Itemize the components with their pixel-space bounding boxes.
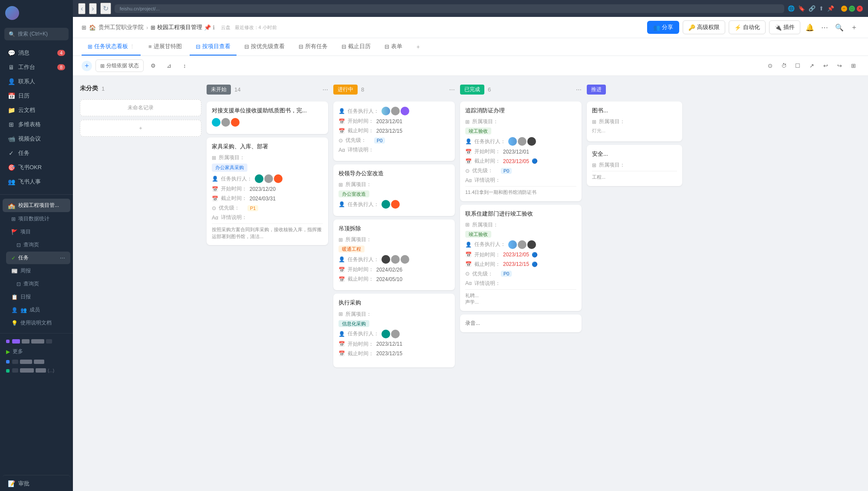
sort-toolbar-button[interactable]: ↕ — [178, 60, 191, 72]
view-icon-redo[interactable]: ↪ — [833, 60, 845, 72]
sidebar-item-okr[interactable]: 🎯 飞书OKR — [3, 160, 70, 174]
pin-icon[interactable]: 📌 — [827, 5, 834, 12]
tab-add-button[interactable]: ＋ — [412, 39, 424, 54]
nav-project[interactable]: 🚩 项目 — [6, 226, 70, 238]
tab-priority-view[interactable]: ⊟ 按优先级查看 — [238, 38, 291, 56]
minimize-button[interactable]: − — [841, 6, 847, 12]
sidebar-item-clouddoc[interactable]: 📁 云文档 — [3, 103, 70, 117]
sidebar-item-okr-label: 飞书OKR — [18, 164, 42, 171]
card-push-security[interactable]: 安全... ⊞ 所属项目： 工程... — [587, 145, 682, 186]
card-fire-cert[interactable]: 追踪消防证办理 ⊞ 所属项目： 竣工验收 👤 任务执行人： — [460, 101, 582, 201]
automate-button[interactable]: ⚡ 自动化 — [729, 20, 766, 34]
tab-all-tasks[interactable]: ⊟ 所有任务 — [293, 38, 334, 56]
filter-toolbar-button[interactable]: ⊿ — [163, 60, 175, 72]
col-menu-in-progress[interactable]: ⋯ — [449, 86, 455, 93]
toolbar-add-button[interactable]: ＋ — [82, 61, 92, 71]
info-icon[interactable]: ℹ — [213, 24, 215, 31]
sidebar-item-multidim[interactable]: ⊞ 多维表格 — [3, 118, 70, 131]
plugin-button[interactable]: 🔌 插件 — [769, 20, 800, 34]
card-push-1-title: 图书... — [592, 107, 677, 115]
view-icon-expand[interactable]: ⊞ — [847, 60, 859, 72]
permission-button[interactable]: 🔑 高级权限 — [683, 20, 725, 34]
add-unclassified-button[interactable]: ＋ — [80, 120, 201, 137]
sidebar-more-label[interactable]: ▶ 更多 — [0, 346, 73, 357]
maximize-button[interactable]: □ — [849, 6, 855, 12]
share-button[interactable]: 👥 分享 — [647, 21, 679, 34]
person-icon-fc: 👤 — [465, 138, 472, 144]
avatars-furniture — [255, 174, 283, 183]
sidebar-item-project[interactable]: 🏫 校园工程项目管... — [3, 199, 70, 212]
refresh-button[interactable]: ↻ — [100, 3, 111, 14]
pin-breadcrumb-icon[interactable]: 📌 — [204, 24, 211, 31]
nav-weekly-query[interactable]: ⊡ 查询页 — [6, 278, 70, 290]
settings-toolbar-button[interactable]: ⚙ — [147, 60, 159, 72]
column-in-progress: 进行中 8 ⋯ 👤 任务执行人： — [333, 83, 455, 484]
card-office-renovation[interactable]: 校领导办公室改造 ⊞ 所属项目： 办公室改造 👤 任务执行人： — [333, 164, 455, 216]
card-support-task[interactable]: 对接支援单位接收援助纸质图书，完... — [207, 101, 328, 134]
col-menu-not-started[interactable]: ⋯ — [322, 86, 328, 93]
more-header-button[interactable]: ⋯ — [819, 22, 830, 33]
nav-data-stats[interactable]: ⊞ 项目数据统计 — [6, 213, 70, 225]
project-school-icon: 🏫 — [8, 202, 15, 209]
sidebar-item-calendar[interactable]: 📅 日历 — [3, 89, 70, 103]
view-icon-2[interactable]: ⏱ — [778, 60, 790, 72]
sidebar-item-hr[interactable]: 👥 飞书人事 — [3, 175, 70, 189]
exec-project-tag: 信息化采购 — [339, 320, 369, 327]
back-button[interactable]: ‹ — [78, 3, 85, 14]
tab-deadline[interactable]: ⊟ 截止日历 — [335, 38, 377, 56]
task-menu-icon[interactable]: ⋯ — [60, 255, 65, 261]
card-construction-accept[interactable]: 联系住建部门进行竣工验收 ⊞ 所属项目： 竣工验收 👤 任务执行人： — [460, 205, 582, 311]
sidebar-item-workspace[interactable]: 🖥 工作台 8 — [3, 60, 70, 74]
view-icon-4[interactable]: ↗ — [806, 60, 818, 72]
page-layout-icon[interactable]: ⊞ — [82, 24, 86, 31]
home-icon[interactable]: 🏠 — [89, 24, 96, 31]
card-ceiling-removal[interactable]: 吊顶拆除 ⊞ 所属项目： 暖通工程 👤 任务执行人： — [333, 219, 455, 290]
colored-item-2[interactable] — [0, 357, 73, 366]
share-browser-icon[interactable]: ⬆ — [819, 5, 824, 12]
card-furniture[interactable]: 家具采购、入库、部署 ⊞ 所属项目： 办公家具采购 👤 任务执行人： — [207, 137, 328, 245]
search-header-button[interactable]: 🔍 — [833, 22, 845, 33]
add-header-button[interactable]: ＋ — [849, 21, 859, 34]
view-icon-3[interactable]: ☐ — [792, 60, 804, 72]
nav-weekly[interactable]: 📰 周报 — [6, 265, 70, 277]
bell-button[interactable]: 🔔 — [804, 22, 816, 33]
colored-item-1[interactable] — [0, 337, 73, 346]
nav-task[interactable]: ✓ 任务 ⋯ — [6, 252, 70, 264]
sidebar-item-approve[interactable]: 📝 审批 — [3, 475, 70, 491]
start-icon-ep: 📅 — [339, 341, 345, 347]
card-bottom-partial[interactable]: 录音... — [460, 314, 582, 332]
sidebar-item-message[interactable]: 💬 消息 4 — [3, 46, 70, 60]
card-task-assign[interactable]: 👤 任务执行人： 📅 开始时间： 2023/12/01 — [333, 101, 455, 161]
project-icon-o: ⊞ — [339, 182, 343, 188]
tab-gantt[interactable]: ≡ 进展甘特图 — [142, 38, 188, 56]
tab-settings-icon[interactable]: ⋮ — [130, 44, 135, 49]
furniture-tag-wrapper: 办公家具采购 — [212, 164, 323, 172]
tab-status-board[interactable]: ⊞ 任务状态看板 ⋮ — [82, 38, 141, 56]
project-icon-c: ⊞ — [339, 237, 343, 243]
sidebar-item-video[interactable]: 📹 视频会议 — [3, 132, 70, 146]
nav-daily[interactable]: 📋 日报 — [6, 291, 70, 303]
nav-members[interactable]: 👤 👥 成员 — [6, 304, 70, 316]
nav-project-query[interactable]: ⊡ 查询页 — [6, 239, 70, 251]
nav-weekly-query-label: 查询页 — [23, 280, 39, 288]
group-by-button[interactable]: ⊞ 分组依据 状态 — [95, 59, 144, 72]
tab-form[interactable]: ⊟ 表单 — [378, 38, 408, 56]
view-icon-undo[interactable]: ↩ — [819, 60, 832, 72]
empty-record[interactable]: 未命名记录 — [80, 99, 201, 116]
sidebar-item-task[interactable]: ✓ 任务 — [3, 146, 70, 160]
nav-docs-label: 使用说明文档 — [20, 319, 52, 327]
bookmark-icon[interactable]: 🔖 — [798, 5, 805, 12]
card-push-1[interactable]: 图书... ⊞ 所属项目： 灯光... — [587, 101, 682, 141]
view-icon-1[interactable]: ⊙ — [764, 60, 776, 72]
close-button[interactable]: × — [857, 6, 863, 12]
forward-button[interactable]: › — [89, 3, 96, 14]
project-label-o: 所属项目： — [345, 181, 372, 188]
nav-docs[interactable]: 💡 使用说明文档 — [6, 317, 70, 329]
tab-project-view[interactable]: ⊟ 按项目查看 — [190, 38, 237, 56]
search-bar[interactable]: 🔍 搜索 (Ctrl+K) — [4, 28, 69, 40]
link-icon[interactable]: 🔗 — [809, 5, 815, 12]
col-menu-done[interactable]: ⋯ — [576, 86, 582, 93]
card-exec-purchase[interactable]: 执行采购 ⊞ 所属项目： 信息化采购 👤 任务执行人： — [333, 294, 455, 367]
sidebar-item-contact[interactable]: 👤 联系人 — [3, 75, 70, 88]
colored-item-3[interactable]: (...) — [0, 366, 73, 375]
